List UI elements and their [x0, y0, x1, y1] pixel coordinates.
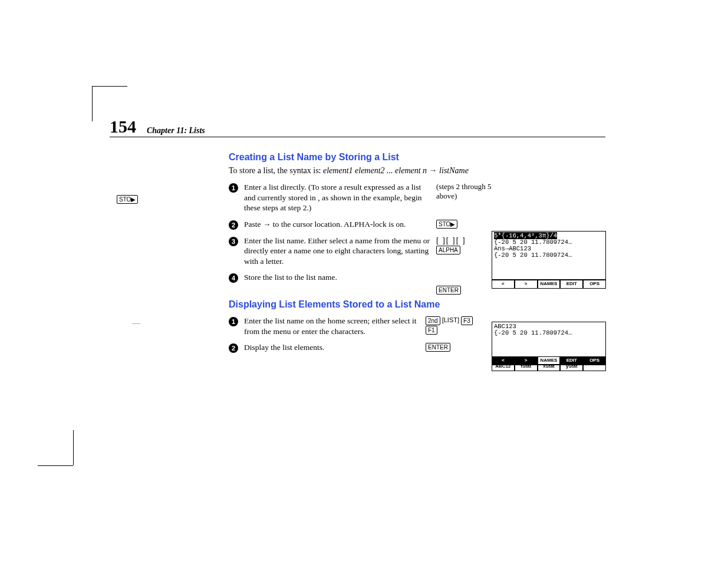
- step-bullet: 1: [229, 183, 238, 193]
- crop-mark: [92, 86, 93, 121]
- f1-key-icon: F1: [426, 326, 437, 335]
- text: to the cursor location. ALPHA-lock is on…: [273, 220, 406, 229]
- calc-menu-bottom: ABC12 fStat xStat yStat: [492, 363, 605, 371]
- step-row: 2 Paste → to the cursor location. ALPHA-…: [229, 219, 606, 230]
- step-bullet: 3: [229, 237, 238, 246]
- step-bullet: 1: [229, 317, 238, 326]
- step-text: Store the list to the list name.: [244, 272, 436, 283]
- step-keys: STO▶: [436, 219, 507, 229]
- crop-mark: [73, 430, 74, 465]
- step-text: Enter the list name. Either select a nam…: [244, 236, 436, 267]
- calc-output: ABC123 {-20 5 20 11.7809724…: [492, 322, 605, 336]
- intro-text: To store a list, the syntax is:: [229, 166, 323, 175]
- menu-cell: yStat: [561, 363, 584, 371]
- syntax-elements: element1 element2 ... element n: [323, 166, 429, 175]
- menu-cell: ABC12: [492, 363, 515, 371]
- chapter-title: Chapter 11: Lists: [147, 126, 205, 135]
- syntax-line: To store a list, the syntax is: element1…: [229, 165, 606, 176]
- f3-key-icon: F3: [461, 316, 473, 325]
- calculator-screen: ABC123 {-20 5 20 11.7809724… < > NAMES E…: [492, 322, 606, 371]
- step-row: 1 Enter a list directly. (To store a res…: [229, 182, 606, 213]
- step-bullet: 2: [229, 343, 238, 353]
- list-key-label: [LIST]: [442, 316, 459, 323]
- calculator-screen: 5*{-16,4,4²,3π}/4 {-20 5 20 11.7809724… …: [492, 231, 606, 289]
- step-text: Display the list elements.: [244, 342, 426, 353]
- arrow-icon: →: [263, 220, 271, 229]
- enter-key-icon: ENTER: [426, 343, 450, 352]
- bracket-keys: [ ][ ][ ]: [436, 236, 466, 244]
- syntax-listname: listName: [439, 166, 469, 175]
- text: Paste: [244, 220, 263, 229]
- arrow-icon: →: [429, 166, 437, 175]
- menu-cell: <: [492, 280, 515, 288]
- text: Enter the list name. Either select a nam…: [244, 236, 403, 245]
- calc-line: {-20 5 20 11.7809724…: [494, 252, 572, 259]
- crop-mark: [38, 465, 73, 466]
- crop-mark: [92, 86, 127, 87]
- calc-menu: < > NAMES EDIT OPS: [492, 279, 605, 288]
- menu-cell: fStat: [515, 363, 538, 371]
- menu-cell: xStat: [538, 363, 561, 371]
- step-text: Paste → to the cursor location. ALPHA-lo…: [244, 219, 436, 230]
- calc-output: 5*{-16,4,4²,3π}/4 {-20 5 20 11.7809724… …: [492, 232, 605, 259]
- step-bullet: 4: [229, 273, 238, 283]
- step-keys: (steps 2 through 5 above): [436, 182, 507, 201]
- sto-key-icon: STO▶: [436, 220, 457, 229]
- section-heading: Creating a List Name by Storing a List: [229, 152, 606, 163]
- menu-cell: [584, 363, 605, 371]
- alpha-key-icon: ALPHA: [436, 246, 460, 254]
- page-number: 154: [110, 118, 136, 135]
- step-keys: 2nd [LIST] F3 F1: [426, 316, 496, 335]
- calc-line: {-20 5 20 11.7809724…: [494, 329, 572, 336]
- enter-key-icon: ENTER: [436, 286, 461, 295]
- menu-cell: NAMES: [538, 280, 561, 288]
- section-heading: Displaying List Elements Stored to a Lis…: [229, 299, 606, 310]
- text: menu or enter the characters.: [274, 327, 365, 336]
- step-text: Enter a list directly. (To store a resul…: [244, 182, 436, 213]
- menu-cell: EDIT: [561, 280, 584, 288]
- menu-cell: >: [515, 280, 538, 288]
- step-keys: ENTER: [426, 342, 496, 352]
- second-key-icon: 2nd: [426, 316, 440, 325]
- page-header: 154 Chapter 11: Lists: [110, 118, 605, 137]
- menu-cell: OPS: [584, 280, 605, 288]
- step-bullet: 2: [229, 220, 238, 230]
- step-text: Enter the list name on the home screen; …: [244, 316, 426, 336]
